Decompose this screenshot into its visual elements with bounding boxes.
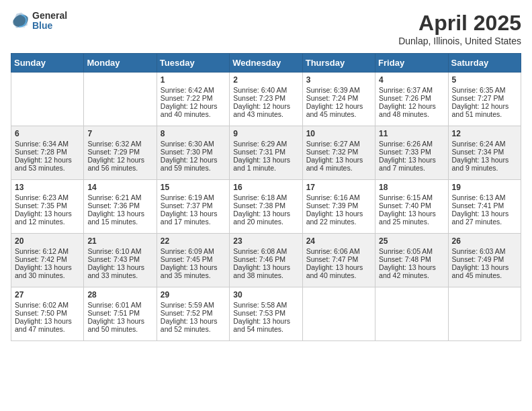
daylight-text: Daylight: 13 hours and 50 minutes. <box>87 317 144 333</box>
day-number: 10 <box>306 129 371 138</box>
day-number: 13 <box>15 183 80 192</box>
daylight-text: Daylight: 13 hours and 35 minutes. <box>161 263 218 279</box>
sunrise-text: Sunrise: 6:34 AM <box>15 140 69 148</box>
day-number: 9 <box>233 129 298 138</box>
day-number: 14 <box>87 183 152 192</box>
calendar-day-4: 4 Sunrise: 6:37 AM Sunset: 7:26 PM Dayli… <box>375 73 448 126</box>
daylight-text: Daylight: 13 hours and 1 minute. <box>233 156 290 172</box>
daylight-text: Daylight: 13 hours and 4 minutes. <box>306 156 363 172</box>
sunrise-text: Sunrise: 6:21 AM <box>87 193 141 201</box>
sunset-text: Sunset: 7:24 PM <box>306 94 359 102</box>
sunrise-text: Sunrise: 6:40 AM <box>233 86 287 94</box>
daylight-text: Daylight: 13 hours and 52 minutes. <box>161 317 218 333</box>
calendar-day-9: 9 Sunrise: 6:29 AM Sunset: 7:31 PM Dayli… <box>230 126 302 180</box>
sunrise-text: Sunrise: 5:58 AM <box>233 301 287 309</box>
weekday-sunday: Sunday <box>11 54 84 73</box>
calendar-day-18: 18 Sunrise: 6:15 AM Sunset: 7:40 PM Dayl… <box>375 180 448 234</box>
day-number: 15 <box>161 183 226 192</box>
daylight-text: Daylight: 12 hours and 59 minutes. <box>161 156 218 172</box>
sunrise-text: Sunrise: 6:10 AM <box>87 247 141 255</box>
sunrise-text: Sunrise: 6:42 AM <box>161 86 214 94</box>
calendar-day-15: 15 Sunrise: 6:19 AM Sunset: 7:37 PM Dayl… <box>157 180 229 234</box>
weekday-thursday: Thursday <box>302 54 375 73</box>
calendar-day-21: 21 Sunrise: 6:10 AM Sunset: 7:43 PM Dayl… <box>84 234 157 287</box>
logo-line2: Blue <box>32 21 67 31</box>
calendar-title: April 2025 <box>398 11 521 36</box>
calendar-day-8: 8 Sunrise: 6:30 AM Sunset: 7:30 PM Dayli… <box>157 126 229 180</box>
calendar-day-27: 27 Sunrise: 6:02 AM Sunset: 7:50 PM Dayl… <box>11 287 84 341</box>
calendar-day-23: 23 Sunrise: 6:08 AM Sunset: 7:46 PM Dayl… <box>230 234 302 287</box>
logo-line1: General <box>32 11 67 21</box>
logo-icon <box>11 11 30 30</box>
weekday-header-row: SundayMondayTuesdayWednesdayThursdayFrid… <box>11 54 521 73</box>
sunset-text: Sunset: 7:51 PM <box>87 309 140 317</box>
sunset-text: Sunset: 7:37 PM <box>161 201 213 210</box>
daylight-text: Daylight: 13 hours and 30 minutes. <box>15 263 72 279</box>
sunrise-text: Sunrise: 6:37 AM <box>379 86 433 94</box>
sunset-text: Sunset: 7:33 PM <box>379 148 431 156</box>
sunrise-text: Sunrise: 6:15 AM <box>379 193 433 201</box>
calendar-empty-cell <box>84 73 157 126</box>
day-number: 22 <box>161 236 226 246</box>
sunset-text: Sunset: 7:22 PM <box>161 94 213 102</box>
sunset-text: Sunset: 7:30 PM <box>161 148 213 156</box>
daylight-text: Daylight: 13 hours and 12 minutes. <box>15 210 72 226</box>
day-number: 23 <box>233 236 298 246</box>
sunrise-text: Sunrise: 6:12 AM <box>15 247 69 255</box>
calendar-day-13: 13 Sunrise: 6:23 AM Sunset: 7:35 PM Dayl… <box>11 180 84 234</box>
sunset-text: Sunset: 7:48 PM <box>379 255 431 263</box>
weekday-monday: Monday <box>84 54 157 73</box>
calendar-day-16: 16 Sunrise: 6:18 AM Sunset: 7:38 PM Dayl… <box>230 180 302 234</box>
calendar-day-11: 11 Sunrise: 6:26 AM Sunset: 7:33 PM Dayl… <box>375 126 448 180</box>
sunset-text: Sunset: 7:38 PM <box>233 201 285 210</box>
day-number: 29 <box>161 290 226 300</box>
sunset-text: Sunset: 7:27 PM <box>452 94 504 102</box>
sunset-text: Sunset: 7:32 PM <box>306 148 359 156</box>
day-number: 28 <box>87 290 152 300</box>
calendar-day-5: 5 Sunrise: 6:35 AM Sunset: 7:27 PM Dayli… <box>448 73 521 126</box>
calendar-week-row: 6 Sunrise: 6:34 AM Sunset: 7:28 PM Dayli… <box>11 126 521 180</box>
calendar-day-29: 29 Sunrise: 5:59 AM Sunset: 7:52 PM Dayl… <box>157 287 229 341</box>
calendar-day-10: 10 Sunrise: 6:27 AM Sunset: 7:32 PM Dayl… <box>302 126 375 180</box>
calendar-day-20: 20 Sunrise: 6:12 AM Sunset: 7:42 PM Dayl… <box>11 234 84 287</box>
day-number: 30 <box>233 290 298 300</box>
daylight-text: Daylight: 13 hours and 20 minutes. <box>233 210 290 226</box>
day-number: 4 <box>379 75 444 85</box>
day-number: 20 <box>15 236 80 246</box>
calendar-day-7: 7 Sunrise: 6:32 AM Sunset: 7:29 PM Dayli… <box>84 126 157 180</box>
daylight-text: Daylight: 13 hours and 40 minutes. <box>306 263 363 279</box>
sunset-text: Sunset: 7:41 PM <box>452 201 504 210</box>
sunrise-text: Sunrise: 6:06 AM <box>306 247 360 255</box>
sunset-text: Sunset: 7:26 PM <box>379 94 431 102</box>
sunrise-text: Sunrise: 6:29 AM <box>233 140 287 148</box>
calendar-empty-cell <box>302 287 375 341</box>
sunset-text: Sunset: 7:46 PM <box>233 255 285 263</box>
sunrise-text: Sunrise: 6:02 AM <box>15 301 69 309</box>
sunset-text: Sunset: 7:52 PM <box>161 309 213 317</box>
daylight-text: Daylight: 13 hours and 17 minutes. <box>161 210 218 226</box>
daylight-text: Daylight: 13 hours and 7 minutes. <box>379 156 436 172</box>
day-number: 8 <box>161 129 226 138</box>
daylight-text: Daylight: 12 hours and 51 minutes. <box>452 102 509 118</box>
daylight-text: Daylight: 12 hours and 48 minutes. <box>379 102 436 118</box>
daylight-text: Daylight: 13 hours and 38 minutes. <box>233 263 290 279</box>
day-number: 2 <box>233 75 298 85</box>
weekday-friday: Friday <box>375 54 448 73</box>
sunrise-text: Sunrise: 6:26 AM <box>379 140 433 148</box>
daylight-text: Daylight: 13 hours and 9 minutes. <box>452 156 509 172</box>
sunrise-text: Sunrise: 6:01 AM <box>87 301 141 309</box>
daylight-text: Daylight: 13 hours and 33 minutes. <box>87 263 144 279</box>
calendar-day-25: 25 Sunrise: 6:05 AM Sunset: 7:48 PM Dayl… <box>375 234 448 287</box>
daylight-text: Daylight: 13 hours and 15 minutes. <box>87 210 144 226</box>
day-number: 25 <box>379 236 444 246</box>
calendar-empty-cell <box>375 287 448 341</box>
calendar-day-17: 17 Sunrise: 6:16 AM Sunset: 7:39 PM Dayl… <box>302 180 375 234</box>
day-number: 24 <box>306 236 371 246</box>
sunset-text: Sunset: 7:34 PM <box>452 148 504 156</box>
day-number: 21 <box>87 236 152 246</box>
daylight-text: Daylight: 12 hours and 56 minutes. <box>87 156 144 172</box>
calendar-day-14: 14 Sunrise: 6:21 AM Sunset: 7:36 PM Dayl… <box>84 180 157 234</box>
calendar-day-19: 19 Sunrise: 6:13 AM Sunset: 7:41 PM Dayl… <box>448 180 521 234</box>
calendar-day-30: 30 Sunrise: 5:58 AM Sunset: 7:53 PM Dayl… <box>230 287 302 341</box>
calendar-subtitle: Dunlap, Illinois, United States <box>398 36 521 46</box>
